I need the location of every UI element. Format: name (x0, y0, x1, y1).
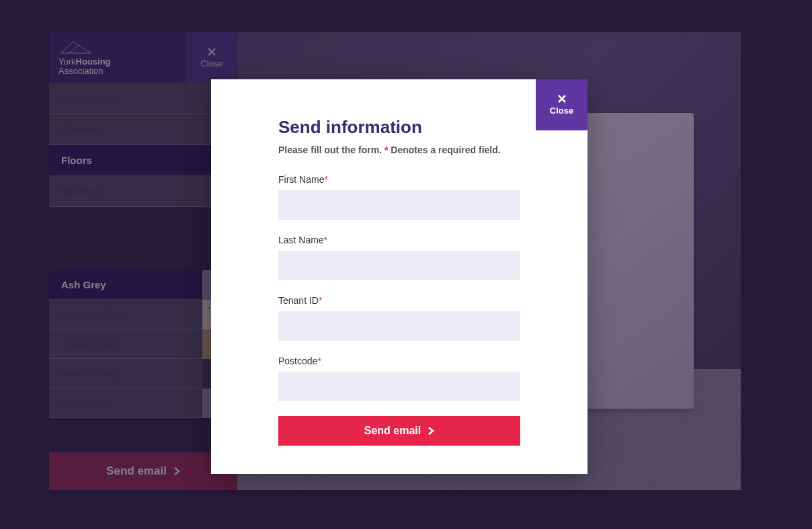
first-name-field[interactable] (278, 190, 520, 220)
last-name-label: Last Name* (278, 235, 520, 245)
first-name-label: First Name* (278, 174, 520, 185)
postcode-label: Postcode* (278, 356, 520, 366)
required-indicator: * (319, 295, 322, 306)
form-group-first-name: First Name* (278, 174, 520, 220)
send-email-label: Send email (364, 425, 421, 437)
label-text: First Name (278, 174, 324, 185)
postcode-field[interactable] (278, 372, 520, 401)
modal-title: Send information (278, 117, 520, 138)
modal-subtitle-post: Denotes a required field. (388, 145, 500, 155)
form-group-postcode: Postcode* (278, 356, 520, 401)
send-email-button[interactable]: Send email (278, 416, 520, 446)
form-group-last-name: Last Name* (278, 235, 520, 280)
modal-subtitle: Please fill out the form. * Denotes a re… (278, 145, 520, 155)
send-information-modal: Close Send information Please fill out t… (211, 79, 587, 474)
required-indicator: * (317, 356, 321, 366)
form-group-tenant-id: Tenant ID* (278, 295, 520, 341)
label-text: Postcode (278, 356, 317, 366)
close-icon (558, 95, 566, 103)
modal-content: Send information Please fill out the for… (211, 79, 587, 473)
required-indicator: * (324, 174, 327, 185)
modal-close-label: Close (550, 106, 573, 116)
tenant-id-field[interactable] (278, 311, 520, 341)
modal-subtitle-pre: Please fill out the form. (278, 145, 384, 155)
required-indicator: * (324, 235, 327, 245)
tenant-id-label: Tenant ID* (278, 295, 520, 306)
modal-close-button[interactable]: Close (536, 79, 587, 130)
last-name-field[interactable] (278, 251, 520, 280)
label-text: Tenant ID (278, 295, 319, 306)
chevron-right-icon (428, 426, 434, 436)
label-text: Last Name (278, 235, 324, 245)
